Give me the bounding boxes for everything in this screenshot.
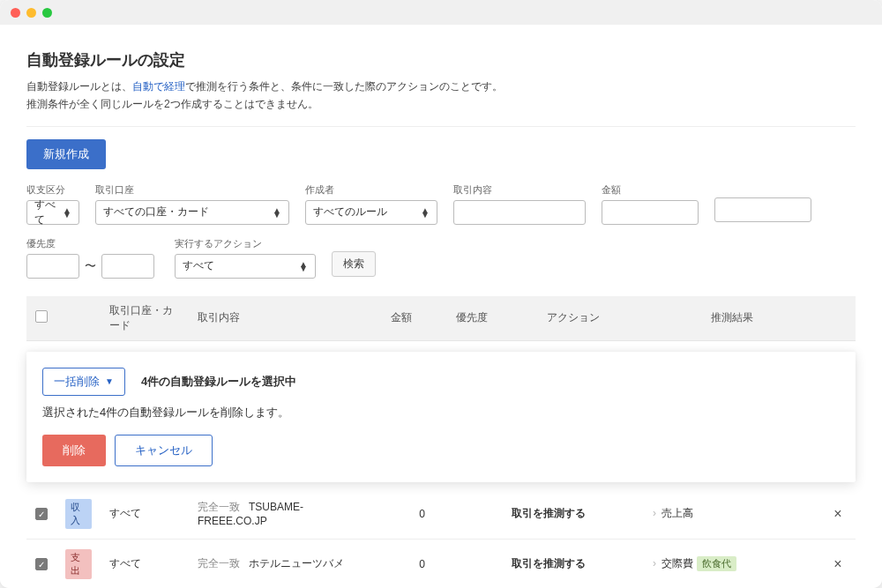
row-action: 取引を推測する <box>503 489 644 540</box>
new-rule-button[interactable]: 新規作成 <box>26 139 106 169</box>
select-caret-icon: ▲▼ <box>273 208 281 217</box>
col-content: 取引内容 <box>189 296 362 341</box>
row-result: ›交際費飲食代 <box>644 539 820 588</box>
delete-button[interactable]: 削除 <box>42 435 106 466</box>
bulk-message: 選択された4件の自動登録ルールを削除します。 <box>42 405 840 421</box>
delete-row-icon[interactable]: × <box>833 506 841 521</box>
action-filter-value: すべて <box>183 258 214 273</box>
table-row: ✓収入すべて完全一致TSUBAME-FREEE.CO.JP0取引を推測する›売上… <box>26 489 856 540</box>
chevron-down-icon: ▼ <box>105 376 114 386</box>
row-account: すべて <box>101 539 189 588</box>
balance-type-label: 収支区分 <box>26 183 79 197</box>
row-result: ›売上高 <box>644 489 820 540</box>
page-title: 自動登録ルールの設定 <box>26 49 856 71</box>
table-row: ✓支出すべて完全一致ホテルニューツバメ0取引を推測する›交際費飲食代× <box>26 539 856 588</box>
select-all-checkbox[interactable] <box>35 310 48 323</box>
action-filter-select[interactable]: すべて ▲▼ <box>175 254 316 279</box>
account-select[interactable]: すべての口座・カード ▲▼ <box>95 200 289 225</box>
auto-accounting-link[interactable]: 自動で経理 <box>132 80 185 93</box>
priority-label: 優先度 <box>26 237 159 250</box>
col-priority: 優先度 <box>441 296 503 341</box>
amount-input-2[interactable] <box>714 197 811 222</box>
col-action: アクション <box>503 296 644 341</box>
page-description-1b: で推測を行う条件と、条件に一致した際のアクションのことです。 <box>185 80 503 93</box>
content-label: 取引内容 <box>453 183 586 197</box>
range-separator: 〜 <box>85 258 96 274</box>
priority-from-input[interactable] <box>26 254 79 279</box>
row-account: すべて <box>101 489 189 540</box>
row-priority <box>441 489 503 540</box>
content-input[interactable] <box>453 200 586 225</box>
account-value: すべての口座・カード <box>103 205 209 220</box>
select-caret-icon: ▲▼ <box>421 208 430 217</box>
row-content: 完全一致ホテルニューツバメ <box>189 539 362 588</box>
row-content: 完全一致TSUBAME-FREEE.CO.JP <box>189 489 362 540</box>
creator-select[interactable]: すべてのルール ▲▼ <box>305 200 437 225</box>
row-amount: 0 <box>362 489 441 540</box>
creator-value: すべてのルール <box>313 205 387 220</box>
bulk-delete-label: 一括削除 <box>54 374 100 390</box>
page-description-1a: 自動登録ルールとは、 <box>26 80 132 93</box>
delete-row-icon[interactable]: × <box>833 556 841 571</box>
row-amount: 0 <box>362 539 441 588</box>
row-action: 取引を推測する <box>503 539 644 588</box>
col-type <box>56 296 101 341</box>
bulk-heading: 4件の自動登録ルールを選択中 <box>141 374 296 390</box>
bulk-action-panel: 一括削除 ▼ 4件の自動登録ルールを選択中 選択された4件の自動登録ルールを削除… <box>26 352 856 482</box>
priority-to-input[interactable] <box>101 254 154 279</box>
balance-type-select[interactable]: すべて ▲▼ <box>26 200 79 225</box>
row-priority <box>441 539 503 588</box>
col-account: 取引口座・カード <box>101 296 189 341</box>
window-titlebar <box>0 0 882 25</box>
col-result: 推測結果 <box>644 296 820 341</box>
balance-tag: 支出 <box>65 549 92 579</box>
amount-input[interactable] <box>602 200 699 225</box>
col-amount: 金額 <box>362 296 441 341</box>
account-label: 取引口座 <box>95 183 289 197</box>
balance-type-value: すべて <box>34 197 57 227</box>
select-caret-icon: ▲▼ <box>299 262 308 271</box>
window-close-dot[interactable] <box>11 8 20 18</box>
creator-label: 作成者 <box>305 183 437 197</box>
amount-label: 金額 <box>602 183 699 197</box>
action-filter-label: 実行するアクション <box>175 237 316 250</box>
cancel-button[interactable]: キャンセル <box>115 435 213 466</box>
arrow-right-icon: › <box>653 557 656 569</box>
arrow-right-icon: › <box>653 507 656 519</box>
balance-tag: 収入 <box>65 499 92 529</box>
bulk-delete-dropdown[interactable]: 一括削除 ▼ <box>42 368 125 396</box>
select-caret-icon: ▲▼ <box>63 208 71 217</box>
window-zoom-dot[interactable] <box>42 8 52 18</box>
search-button[interactable]: 検索 <box>332 251 376 277</box>
window-minimize-dot[interactable] <box>26 8 36 18</box>
row-checkbox[interactable]: ✓ <box>35 508 48 520</box>
row-checkbox[interactable]: ✓ <box>35 558 48 570</box>
page-description-2: 推測条件が全く同じルールを2つ作成することはできません。 <box>26 98 318 110</box>
